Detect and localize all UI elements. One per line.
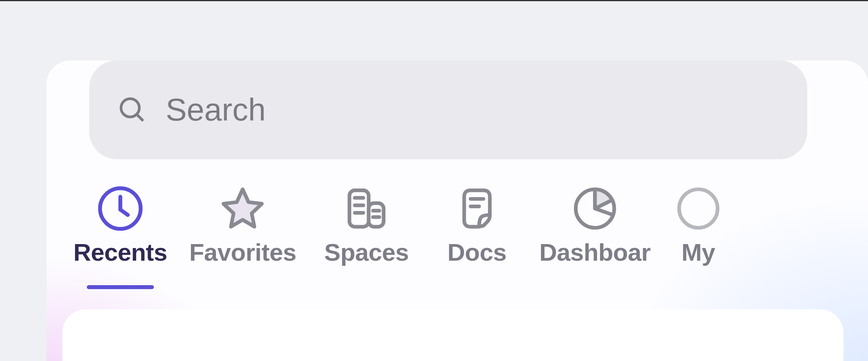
tab-label: My <box>681 238 715 266</box>
svg-point-15 <box>679 189 718 228</box>
buildings-icon <box>341 179 392 238</box>
document-icon <box>451 179 503 238</box>
svg-rect-5 <box>350 190 369 227</box>
tab-label: Recents <box>73 238 167 266</box>
tab-docs[interactable]: Docs <box>426 179 528 266</box>
search-bar[interactable] <box>89 60 807 159</box>
clock-icon <box>95 179 146 238</box>
main-panel: Recents Favorites <box>47 60 868 361</box>
tabs-row: Recents Favorites <box>62 179 868 266</box>
circle-icon <box>673 179 724 238</box>
tab-label: Spaces <box>324 238 409 266</box>
tab-dashboards[interactable]: Dashboar <box>528 179 662 266</box>
pie-chart-icon <box>569 179 621 238</box>
tab-label: Dashboar <box>539 238 651 266</box>
tab-recents[interactable]: Recents <box>62 179 178 266</box>
content-card <box>62 309 844 361</box>
star-icon <box>217 179 268 238</box>
search-icon <box>117 94 146 125</box>
svg-rect-6 <box>369 203 383 227</box>
tab-label: Docs <box>447 238 507 266</box>
tab-my[interactable]: My <box>662 179 735 266</box>
tab-spaces[interactable]: Spaces <box>307 179 426 266</box>
tab-favorites[interactable]: Favorites <box>178 179 307 266</box>
search-input[interactable] <box>166 92 807 128</box>
svg-line-1 <box>137 115 142 120</box>
svg-line-4 <box>120 210 128 215</box>
tab-label: Favorites <box>189 238 296 266</box>
